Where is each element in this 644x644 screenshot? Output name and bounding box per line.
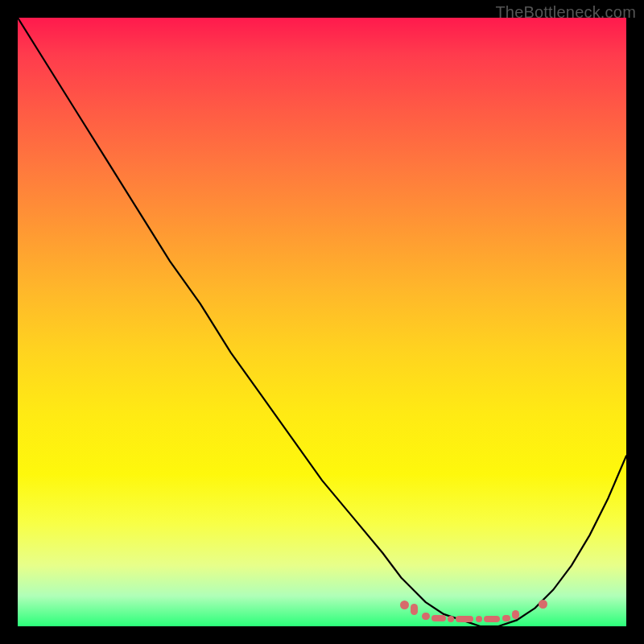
bottleneck-curve [18,18,626,626]
plot-area [18,18,626,626]
curve-path [18,18,626,626]
chart-frame: TheBottleneck.com [0,0,644,644]
watermark-text: TheBottleneck.com [495,3,636,22]
